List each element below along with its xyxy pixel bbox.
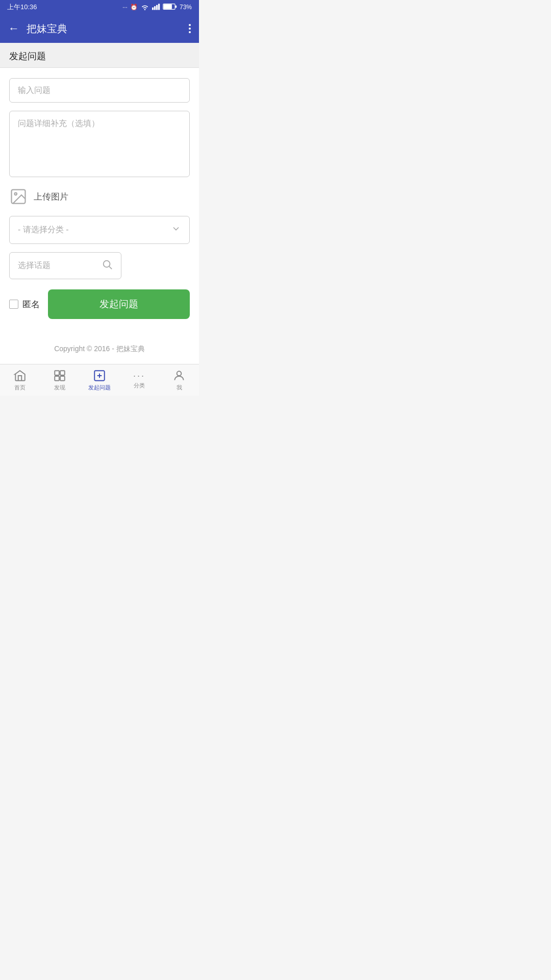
anonymous-label: 匿名 (22, 299, 40, 310)
nav-item-me[interactable]: 我 (159, 364, 199, 396)
svg-rect-11 (55, 371, 59, 375)
alarm-icon: ⏰ (130, 4, 138, 11)
nav-item-category[interactable]: ··· 分类 (119, 364, 159, 396)
section-header: 发起问题 (0, 43, 199, 68)
upload-image-icon (9, 187, 28, 206)
nav-label-category: 分类 (134, 382, 145, 389)
svg-line-10 (109, 266, 112, 269)
main-content: 上传图片 - 请选择分类 - 选择话题 匿名 发起问题 (0, 68, 199, 329)
action-row: 匿名 发起问题 (9, 289, 190, 319)
nav-label-me: 我 (177, 384, 182, 391)
svg-rect-14 (60, 376, 65, 381)
nav-item-ask[interactable]: 发起问题 (80, 364, 119, 396)
upload-image-row[interactable]: 上传图片 (9, 185, 190, 208)
more-dot (189, 24, 191, 26)
copyright: Copyright © 2016 - 把妹宝典 (0, 329, 199, 364)
svg-rect-12 (55, 376, 59, 381)
battery-icon (163, 3, 177, 12)
search-icon (102, 259, 113, 273)
question-input[interactable] (9, 78, 190, 103)
dots-icon: ··· (122, 4, 128, 11)
status-icons: ··· ⏰ 73% (122, 3, 192, 12)
detail-textarea[interactable] (9, 111, 190, 177)
nav-item-discover[interactable]: 发现 (40, 364, 80, 396)
svg-rect-2 (156, 5, 158, 10)
back-button[interactable]: ← (8, 23, 19, 34)
submit-button[interactable]: 发起问题 (48, 289, 190, 319)
svg-point-8 (15, 193, 17, 195)
more-dot (189, 28, 191, 30)
svg-rect-5 (164, 4, 172, 9)
signal-icon (152, 3, 160, 12)
more-dot (189, 31, 191, 33)
app-title: 把妹宝典 (27, 22, 189, 36)
more-menu-button[interactable] (189, 24, 191, 33)
nav-label-home: 首页 (14, 384, 26, 391)
nav-label-discover: 发现 (54, 384, 65, 391)
svg-point-9 (104, 261, 110, 267)
status-bar: 上午10:36 ··· ⏰ 73% (0, 0, 199, 14)
battery-percent: 73% (180, 4, 192, 11)
svg-rect-3 (158, 4, 160, 10)
category-placeholder: - 请选择分类 - (18, 225, 69, 235)
svg-rect-1 (154, 6, 156, 10)
category-dropdown[interactable]: - 请选择分类 - (9, 216, 190, 244)
chevron-down-icon (171, 224, 181, 236)
svg-rect-6 (175, 5, 177, 8)
bottom-nav: 首页 发现 发起问题 ··· 分类 我 (0, 364, 199, 396)
svg-rect-13 (60, 371, 65, 375)
svg-rect-0 (152, 7, 154, 10)
discover-icon (53, 369, 66, 382)
topic-placeholder: 选择话题 (18, 260, 51, 271)
anonymous-check: 匿名 (9, 299, 40, 310)
category-icon: ··· (133, 371, 145, 380)
section-label: 发起问题 (9, 51, 46, 61)
nav-label-ask: 发起问题 (88, 384, 111, 391)
status-time: 上午10:36 (7, 3, 37, 12)
svg-point-18 (177, 371, 182, 376)
anonymous-checkbox[interactable] (9, 300, 18, 309)
app-bar: ← 把妹宝典 (0, 14, 199, 43)
wifi-icon (140, 3, 149, 12)
nav-item-home[interactable]: 首页 (0, 364, 40, 396)
upload-label: 上传图片 (34, 191, 68, 203)
ask-icon (93, 369, 106, 382)
user-icon (172, 369, 186, 382)
copyright-text: Copyright © 2016 - 把妹宝典 (54, 345, 145, 353)
home-icon (13, 369, 27, 382)
topic-search[interactable]: 选择话题 (9, 252, 121, 279)
